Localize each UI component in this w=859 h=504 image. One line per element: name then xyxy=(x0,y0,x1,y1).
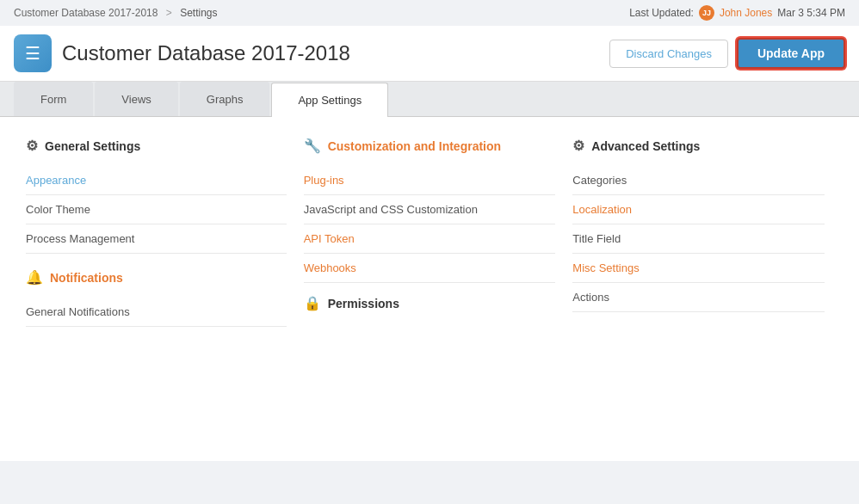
update-app-button[interactable]: Update App xyxy=(737,38,845,69)
color-theme-item[interactable]: Color Theme xyxy=(26,195,287,224)
header-actions: Discard Changes Update App xyxy=(609,38,845,69)
general-notifications-item[interactable]: General Notifications xyxy=(26,298,287,327)
app-icon: ☰ xyxy=(14,34,52,72)
app-title-area: ☰ Customer Database 2017-2018 xyxy=(14,34,350,72)
breadcrumb-separator: > xyxy=(166,7,172,19)
last-updated-area: Last Updated: JJ John Jones Mar 3 5:34 P… xyxy=(629,5,845,21)
user-name: John Jones xyxy=(720,7,772,19)
process-management-item[interactable]: Process Management xyxy=(26,224,287,254)
gear-icon-advanced: ⚙ xyxy=(572,138,584,154)
tabs-bar: Form Views Graphs App Settings xyxy=(0,82,859,117)
localization-item[interactable]: Localization xyxy=(572,195,825,224)
discard-changes-button[interactable]: Discard Changes xyxy=(609,40,728,68)
breadcrumb: Customer Database 2017-2018 > Settings xyxy=(14,7,218,19)
tab-graphs[interactable]: Graphs xyxy=(180,82,270,116)
top-bar: Customer Database 2017-2018 > Settings L… xyxy=(0,0,859,26)
webhooks-item[interactable]: Webhooks xyxy=(304,254,556,283)
column-general: ⚙ General Settings Appearance Color Them… xyxy=(26,134,295,327)
customization-heading: 🔧 Customization and Integration xyxy=(304,138,556,154)
last-updated-label: Last Updated: xyxy=(629,7,694,19)
lock-icon: 🔒 xyxy=(304,295,321,311)
app-icon-symbol: ☰ xyxy=(25,43,40,64)
permissions-heading: 🔒 Permissions xyxy=(304,295,556,311)
customization-label: Customization and Integration xyxy=(328,139,501,153)
column-customization: 🔧 Customization and Integration Plug-ins… xyxy=(295,134,565,327)
user-date: Mar 3 5:34 PM xyxy=(777,7,845,19)
breadcrumb-app[interactable]: Customer Database 2017-2018 xyxy=(14,7,158,19)
plugins-item[interactable]: Plug-ins xyxy=(304,166,556,195)
notifications-heading: 🔔 Notifications xyxy=(26,269,287,286)
tab-form[interactable]: Form xyxy=(14,82,93,116)
general-settings-label: General Settings xyxy=(45,139,140,153)
app-title: Customer Database 2017-2018 xyxy=(62,41,350,65)
advanced-settings-heading: ⚙ Advanced Settings xyxy=(572,138,825,154)
notifications-label: Notifications xyxy=(50,271,123,285)
column-advanced: ⚙ Advanced Settings Categories Localizat… xyxy=(564,134,833,327)
title-field-item[interactable]: Title Field xyxy=(572,224,825,254)
advanced-settings-label: Advanced Settings xyxy=(591,139,700,153)
general-settings-heading: ⚙ General Settings xyxy=(26,138,287,154)
misc-settings-item[interactable]: Misc Settings xyxy=(572,254,825,283)
tab-app-settings[interactable]: App Settings xyxy=(271,83,388,117)
user-avatar: JJ xyxy=(699,5,714,21)
settings-grid: ⚙ General Settings Appearance Color Them… xyxy=(26,134,833,327)
api-token-item[interactable]: API Token xyxy=(304,224,556,254)
wrench-icon: 🔧 xyxy=(304,138,321,154)
js-css-item[interactable]: JavaScript and CSS Customization xyxy=(304,195,556,224)
bell-icon: 🔔 xyxy=(26,269,43,286)
appearance-item[interactable]: Appearance xyxy=(26,166,287,195)
breadcrumb-current: Settings xyxy=(180,7,217,19)
app-header: ☰ Customer Database 2017-2018 Discard Ch… xyxy=(0,26,859,82)
main-content: ⚙ General Settings Appearance Color Them… xyxy=(0,117,859,461)
tab-views[interactable]: Views xyxy=(95,82,177,116)
gear-icon: ⚙ xyxy=(26,138,38,154)
actions-item[interactable]: Actions xyxy=(572,283,825,312)
permissions-label: Permissions xyxy=(328,297,399,310)
categories-item[interactable]: Categories xyxy=(572,166,825,195)
